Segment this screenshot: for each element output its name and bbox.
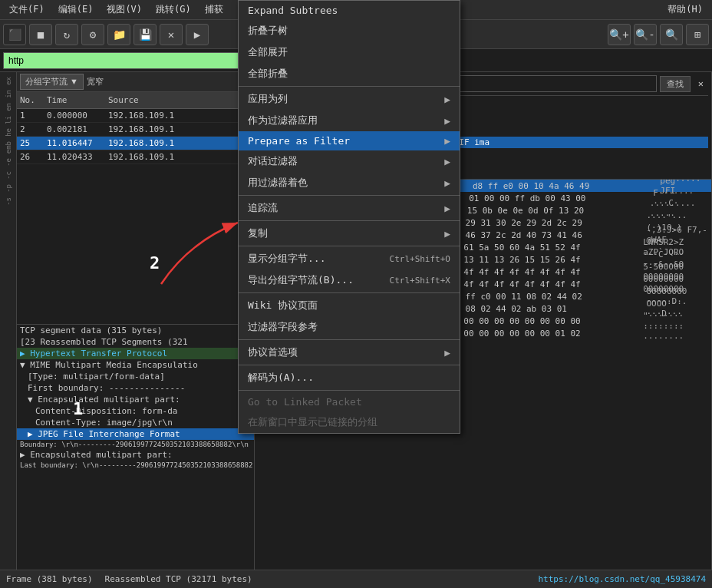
toolbar-btn-restart[interactable]: ↻ (55, 24, 78, 45)
arrow-icon: ▶ (444, 115, 450, 127)
sidebar-label-li: li (5, 114, 12, 126)
detail-line: Content-Type: image/jpg\r\n (17, 417, 254, 428)
toolbar-columns[interactable]: ⊞ (686, 24, 709, 45)
ctx-separator (239, 292, 460, 293)
ctx-expand-subtrees[interactable]: Expand Subtrees (239, 1, 460, 20)
col-no: No. (17, 95, 44, 105)
menu-capture[interactable]: 捕获 (199, 2, 229, 18)
ctx-decode-as[interactable]: 解码为(A)... (239, 367, 460, 388)
ctx-collapse-subtree[interactable]: 折叠子树 (239, 20, 460, 41)
ctx-copy[interactable]: 复制 ▶ (239, 223, 460, 244)
ctx-separator (239, 339, 460, 340)
arrow-icon: ▶ (444, 94, 450, 105)
close-icon[interactable]: ✕ (694, 77, 708, 91)
shortcut-label: Ctrl+Shift+O (390, 254, 450, 264)
toolbar-btn-close[interactable]: ✕ (160, 24, 183, 45)
ctx-separator (239, 390, 460, 391)
ctx-separator (239, 86, 460, 87)
sidebar-label-en: en (5, 101, 12, 113)
toolbar-btn-shark[interactable]: ⬛ (3, 24, 26, 45)
sidebar-label-ex: ex (5, 75, 12, 87)
toolbar-zoom-out[interactable]: 🔍- (634, 24, 657, 45)
ctx-protocol-prefs[interactable]: 协议首选项 ▶ (239, 342, 460, 363)
detail-line: Last boundary: \r\n---------290619977245… (17, 461, 254, 470)
detail-line: Boundary: \r\n---------29061997724503521… (17, 440, 254, 449)
arrow-icon: ▶ (444, 135, 450, 147)
detail-line: TCP segment data (315 bytes) (17, 325, 254, 336)
sidebar-label-he: he (5, 127, 12, 138)
shortcut-label: Ctrl+Shift+X (390, 276, 450, 286)
menu-view[interactable]: 视图(V) (101, 2, 148, 18)
arrow-icon: ▶ (444, 203, 450, 214)
sidebar-label-in: in (5, 88, 12, 100)
arrow-icon: ▶ (444, 347, 450, 358)
packet-list-toolbar: 分组字节流 ▼ 宽窄 (17, 72, 254, 92)
ctx-apply-as-column[interactable]: 应用为列 ▶ (239, 88, 460, 110)
detail-line: Content-Disposition: form-da (17, 405, 254, 417)
col-time: Time (44, 95, 105, 105)
detail-line: ▶ Encapsulated multipart part: (17, 449, 254, 461)
ctx-conversation-filter[interactable]: 对话过滤器 ▶ (239, 150, 460, 172)
packet-list: No. Time Source 1 0.000000 192.168.109.1… (17, 92, 254, 324)
ctx-collapse-all[interactable]: 全部折叠 (239, 63, 460, 84)
ctx-separator (239, 195, 460, 196)
toolbar-zoom-in[interactable]: 🔍+ (608, 24, 631, 45)
sidebar-label-e: -e (5, 157, 12, 168)
detail-panel: TCP segment data (315 bytes) [23 Reassem… (17, 324, 255, 570)
detail-line: ▼ Encapsulated multipart part: (17, 394, 254, 405)
status-reassembled: Reassembled TCP (32171 bytes) (105, 574, 252, 584)
arrow-icon: ▶ (444, 177, 450, 189)
packet-row[interactable]: 1 0.000000 192.168.109.1 (17, 109, 254, 123)
detail-line: [23 Reassembled TCP Segments (321 (17, 336, 254, 348)
ctx-show-linked-new-window[interactable]: 在新窗口中显示已链接的分组 (239, 411, 460, 433)
toolbar-zoom-reset[interactable]: 🔍 (660, 24, 683, 45)
col-source: Source (105, 95, 254, 105)
ctx-colorize-filter[interactable]: 用过滤器着色 ▶ (239, 172, 460, 193)
sidebar-label-p1: -p (5, 183, 12, 194)
detail-line: [Type: multipart/form-data] (17, 371, 254, 382)
groupby-button[interactable]: 分组字节流 ▼ (20, 74, 84, 90)
sidebar-label-s: -s (5, 196, 12, 207)
find-button[interactable]: 查找 (660, 76, 691, 92)
packet-row[interactable]: 2 0.002181 192.168.109.1 (17, 123, 254, 137)
width-label: 宽窄 (87, 76, 104, 88)
toolbar-btn-open[interactable]: 📁 (107, 24, 130, 45)
detail-line-http[interactable]: ▶ Hypertext Transfer Protocol (17, 348, 254, 359)
arrow-icon: ▶ (444, 156, 450, 167)
packet-list-header: No. Time Source (17, 92, 254, 109)
packet-row[interactable]: 26 11.020433 192.168.109.1 (17, 150, 254, 164)
ctx-expand-all[interactable]: 全部展开 (239, 41, 460, 63)
detail-line-jpeg[interactable]: ▶ JPEG File Interchange Format (17, 428, 254, 440)
context-menu: Expand Subtrees 折叠子树 全部展开 全部折叠 应用为列 ▶ 作为… (238, 0, 460, 434)
ctx-export-bytes[interactable]: 导出分组字节流(B)... Ctrl+Shift+X (239, 269, 460, 291)
ctx-goto-linked[interactable]: Go to Linked Packet (239, 392, 460, 411)
menu-help[interactable]: 帮助(H) (661, 2, 709, 18)
left-sidebar: ex in en li he emb -e -c -p -s (0, 72, 17, 570)
status-frame: Frame (381 bytes) (6, 574, 93, 584)
detail-line: ▼ MIME Multipart Media Encapsulatio (17, 359, 254, 371)
toolbar-btn-save[interactable]: 💾 (134, 24, 157, 45)
sidebar-label-emb: emb (5, 140, 12, 155)
toolbar-btn-extra[interactable]: ▶ (186, 24, 209, 45)
toolbar-btn-settings[interactable]: ⚙ (81, 24, 104, 45)
arrow-icon: ▶ (444, 228, 450, 239)
toolbar-btn-stop[interactable]: ■ (29, 24, 52, 45)
ctx-prepare-as-filter[interactable]: Prepare as Filter ▶ (239, 131, 460, 150)
ctx-separator (239, 246, 460, 246)
ctx-separator (239, 220, 460, 221)
ctx-separator (239, 365, 460, 365)
ctx-show-packet-bytes[interactable]: 显示分组字节... Ctrl+Shift+O (239, 248, 460, 269)
ctx-filter-field-ref[interactable]: 过滤器字段参考 (239, 316, 460, 338)
menu-goto[interactable]: 跳转(G) (150, 2, 197, 18)
ctx-wiki[interactable]: Wiki 协议页面 (239, 295, 460, 316)
ctx-follow-stream[interactable]: 追踪流 ▶ (239, 197, 460, 219)
status-link[interactable]: https://blog.csdn.net/qq_45938474 (538, 574, 706, 584)
status-bar: Frame (381 bytes) Reassembled TCP (32171… (0, 570, 712, 588)
menu-file[interactable]: 文件(F) (3, 2, 51, 18)
packet-row[interactable]: 25 11.016447 192.168.109.1 (17, 137, 254, 150)
ctx-apply-as-filter[interactable]: 作为过滤器应用 ▶ (239, 110, 460, 131)
sidebar-label-c: -c (5, 170, 12, 181)
packet-list-panel: 分组字节流 ▼ 宽窄 No. Time Source 1 0.000000 19… (17, 72, 255, 570)
detail-line: First boundary: --------------- (17, 382, 254, 394)
menu-edit[interactable]: 编辑(E) (52, 2, 100, 18)
